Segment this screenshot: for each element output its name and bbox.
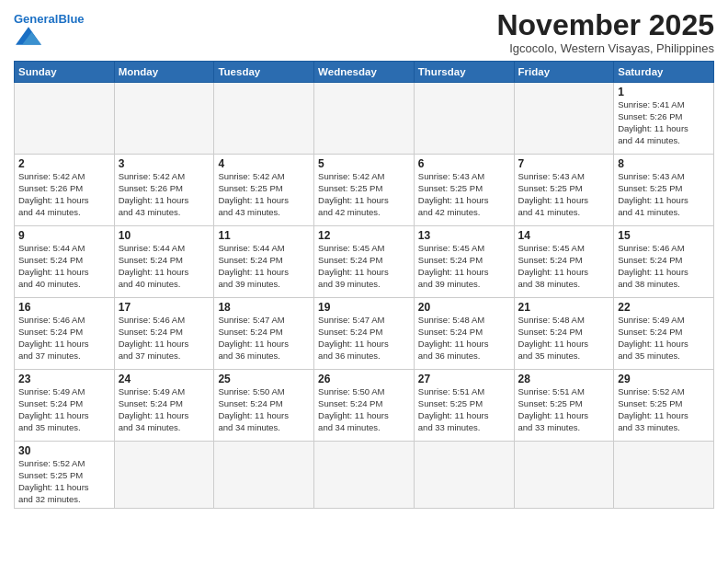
day-info: Sunrise: 5:42 AM Sunset: 5:26 PM Dayligh…: [18, 171, 110, 218]
day-info: Sunrise: 5:42 AM Sunset: 5:25 PM Dayligh…: [218, 171, 310, 218]
day-number: 5: [318, 157, 410, 170]
day-info: Sunrise: 5:44 AM Sunset: 5:24 PM Dayligh…: [218, 243, 310, 290]
calendar-cell: 23Sunrise: 5:49 AM Sunset: 5:24 PM Dayli…: [15, 370, 115, 442]
calendar-cell: [114, 442, 214, 509]
logo-text: GeneralBlue: [14, 13, 85, 26]
day-number: 24: [119, 373, 210, 385]
day-number: 15: [618, 229, 710, 242]
day-info: Sunrise: 5:42 AM Sunset: 5:26 PM Dayligh…: [119, 171, 210, 218]
day-number: 9: [18, 229, 110, 242]
day-number: 22: [618, 301, 710, 314]
calendar-cell: 9Sunrise: 5:44 AM Sunset: 5:24 PM Daylig…: [15, 226, 115, 298]
day-number: 7: [518, 157, 610, 170]
calendar-cell: 7Sunrise: 5:43 AM Sunset: 5:25 PM Daylig…: [514, 155, 614, 226]
day-number: 4: [218, 157, 310, 170]
page: GeneralBlue November 2025 Igcocolo, West…: [0, 0, 728, 563]
day-info: Sunrise: 5:46 AM Sunset: 5:24 PM Dayligh…: [18, 315, 110, 362]
day-number: 11: [218, 229, 310, 242]
day-number: 20: [418, 301, 510, 314]
calendar-cell: 11Sunrise: 5:44 AM Sunset: 5:24 PM Dayli…: [214, 226, 314, 298]
calendar-cell: 19Sunrise: 5:47 AM Sunset: 5:24 PM Dayli…: [314, 298, 415, 370]
day-info: Sunrise: 5:48 AM Sunset: 5:24 PM Dayligh…: [518, 315, 610, 362]
day-number: 13: [418, 229, 510, 242]
weekday-header-saturday: Saturday: [614, 62, 714, 83]
calendar-cell: [614, 442, 714, 509]
day-info: Sunrise: 5:44 AM Sunset: 5:24 PM Dayligh…: [18, 243, 110, 290]
day-info: Sunrise: 5:42 AM Sunset: 5:25 PM Dayligh…: [318, 171, 410, 218]
weekday-header-tuesday: Tuesday: [214, 62, 314, 83]
calendar-cell: 17Sunrise: 5:46 AM Sunset: 5:24 PM Dayli…: [114, 298, 214, 370]
calendar-cell: [514, 83, 614, 155]
day-info: Sunrise: 5:48 AM Sunset: 5:24 PM Dayligh…: [418, 315, 510, 362]
day-info: Sunrise: 5:44 AM Sunset: 5:24 PM Dayligh…: [119, 243, 210, 290]
calendar-cell: 10Sunrise: 5:44 AM Sunset: 5:24 PM Dayli…: [114, 226, 214, 298]
day-info: Sunrise: 5:41 AM Sunset: 5:26 PM Dayligh…: [618, 99, 710, 146]
day-number: 29: [618, 373, 710, 385]
calendar-cell: 18Sunrise: 5:47 AM Sunset: 5:24 PM Dayli…: [214, 298, 314, 370]
day-number: 27: [418, 373, 510, 385]
month-title: November 2025: [496, 9, 714, 41]
calendar-cell: [414, 442, 514, 509]
calendar-cell: 26Sunrise: 5:50 AM Sunset: 5:24 PM Dayli…: [314, 370, 415, 442]
calendar-cell: 4Sunrise: 5:42 AM Sunset: 5:25 PM Daylig…: [214, 155, 314, 226]
calendar-cell: [114, 83, 214, 155]
day-info: Sunrise: 5:45 AM Sunset: 5:24 PM Dayligh…: [318, 243, 410, 290]
calendar-cell: 3Sunrise: 5:42 AM Sunset: 5:26 PM Daylig…: [114, 155, 214, 226]
day-number: 17: [119, 301, 210, 314]
weekday-header-monday: Monday: [114, 62, 214, 83]
calendar-cell: [15, 83, 115, 155]
calendar-cell: [314, 442, 415, 509]
calendar-cell: 2Sunrise: 5:42 AM Sunset: 5:26 PM Daylig…: [15, 155, 115, 226]
day-info: Sunrise: 5:47 AM Sunset: 5:24 PM Dayligh…: [318, 315, 410, 362]
calendar-cell: 27Sunrise: 5:51 AM Sunset: 5:25 PM Dayli…: [414, 370, 514, 442]
calendar-cell: 14Sunrise: 5:45 AM Sunset: 5:24 PM Dayli…: [514, 226, 614, 298]
day-number: 23: [18, 373, 110, 385]
calendar-cell: 22Sunrise: 5:49 AM Sunset: 5:24 PM Dayli…: [614, 298, 714, 370]
calendar: SundayMondayTuesdayWednesdayThursdayFrid…: [14, 61, 714, 509]
logo: GeneralBlue: [14, 13, 85, 50]
calendar-cell: 8Sunrise: 5:43 AM Sunset: 5:25 PM Daylig…: [614, 155, 714, 226]
day-info: Sunrise: 5:49 AM Sunset: 5:24 PM Dayligh…: [18, 386, 110, 433]
day-info: Sunrise: 5:43 AM Sunset: 5:25 PM Dayligh…: [518, 171, 610, 218]
calendar-cell: 13Sunrise: 5:45 AM Sunset: 5:24 PM Dayli…: [414, 226, 514, 298]
day-info: Sunrise: 5:52 AM Sunset: 5:25 PM Dayligh…: [618, 386, 710, 433]
calendar-cell: 6Sunrise: 5:43 AM Sunset: 5:25 PM Daylig…: [414, 155, 514, 226]
calendar-cell: 30Sunrise: 5:52 AM Sunset: 5:25 PM Dayli…: [15, 442, 115, 509]
header: GeneralBlue November 2025 Igcocolo, West…: [14, 9, 714, 55]
day-number: 3: [119, 157, 210, 170]
day-info: Sunrise: 5:45 AM Sunset: 5:24 PM Dayligh…: [418, 243, 510, 290]
calendar-cell: 29Sunrise: 5:52 AM Sunset: 5:25 PM Dayli…: [614, 370, 714, 442]
day-number: 8: [618, 157, 710, 170]
calendar-cell: [214, 83, 314, 155]
calendar-cell: [314, 83, 415, 155]
day-number: 21: [518, 301, 610, 314]
day-number: 26: [318, 373, 410, 385]
day-number: 6: [418, 157, 510, 170]
calendar-cell: 20Sunrise: 5:48 AM Sunset: 5:24 PM Dayli…: [414, 298, 514, 370]
calendar-cell: 16Sunrise: 5:46 AM Sunset: 5:24 PM Dayli…: [15, 298, 115, 370]
day-number: 28: [518, 373, 610, 385]
day-number: 1: [618, 86, 710, 98]
weekday-header-thursday: Thursday: [414, 62, 514, 83]
logo-icon: [16, 26, 41, 46]
day-info: Sunrise: 5:43 AM Sunset: 5:25 PM Dayligh…: [418, 171, 510, 218]
weekday-header-friday: Friday: [514, 62, 614, 83]
calendar-cell: 12Sunrise: 5:45 AM Sunset: 5:24 PM Dayli…: [314, 226, 415, 298]
location: Igcocolo, Western Visayas, Philippines: [496, 41, 714, 55]
day-info: Sunrise: 5:50 AM Sunset: 5:24 PM Dayligh…: [218, 386, 310, 433]
weekday-header-row: SundayMondayTuesdayWednesdayThursdayFrid…: [15, 62, 714, 83]
day-number: 18: [218, 301, 310, 314]
day-info: Sunrise: 5:47 AM Sunset: 5:24 PM Dayligh…: [218, 315, 310, 362]
day-number: 10: [119, 229, 210, 242]
day-info: Sunrise: 5:45 AM Sunset: 5:24 PM Dayligh…: [518, 243, 610, 290]
calendar-cell: 5Sunrise: 5:42 AM Sunset: 5:25 PM Daylig…: [314, 155, 415, 226]
logo-blue: Blue: [58, 12, 84, 26]
day-number: 14: [518, 229, 610, 242]
day-number: 16: [18, 301, 110, 314]
day-info: Sunrise: 5:46 AM Sunset: 5:24 PM Dayligh…: [119, 315, 210, 362]
calendar-cell: 28Sunrise: 5:51 AM Sunset: 5:25 PM Dayli…: [514, 370, 614, 442]
day-info: Sunrise: 5:51 AM Sunset: 5:25 PM Dayligh…: [418, 386, 510, 433]
calendar-cell: [514, 442, 614, 509]
calendar-cell: 21Sunrise: 5:48 AM Sunset: 5:24 PM Dayli…: [514, 298, 614, 370]
day-info: Sunrise: 5:51 AM Sunset: 5:25 PM Dayligh…: [518, 386, 610, 433]
